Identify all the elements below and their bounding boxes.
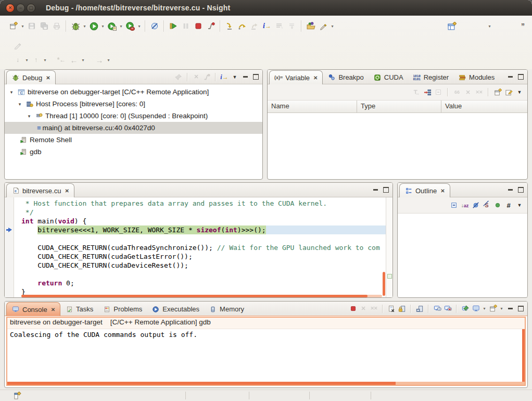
tab-close-icon[interactable]: ✕: [65, 188, 69, 194]
last-edit-location-button[interactable]: *←: [55, 54, 68, 66]
sort-button[interactable]: ↓az: [460, 200, 470, 210]
remove-selected-button[interactable]: ✕: [463, 87, 473, 97]
watch-expression-button[interactable]: 66: [452, 87, 462, 97]
perspective-overflow-chevron[interactable]: ”: [521, 22, 525, 30]
window-minimize-button[interactable]: –: [16, 4, 25, 12]
display-console-dropdown[interactable]: ▾: [482, 303, 487, 315]
open-element-button[interactable]: [305, 20, 317, 32]
editor-left-ruler[interactable]: [5, 197, 14, 298]
remove-all-launches-button[interactable]: ✕✕: [369, 304, 378, 314]
debug-button[interactable]: [69, 20, 82, 32]
maximize-view-button[interactable]: [251, 72, 260, 82]
back-button[interactable]: ←: [68, 54, 80, 66]
console-vertical-scrollbar[interactable]: [522, 329, 525, 382]
tree-row-remote-shell[interactable]: Remote Shell: [5, 134, 262, 146]
mark-occurrences-pencil-button[interactable]: [11, 39, 24, 52]
console-output[interactable]: Coalescing of the CUDA commands output i…: [7, 329, 525, 382]
new-expression-button[interactable]: [493, 87, 502, 97]
clear-console-button[interactable]: [387, 304, 396, 314]
editor-vertical-scrollbar[interactable]: [383, 272, 385, 296]
forward-dropdown[interactable]: ▾: [106, 54, 111, 66]
new-wizard-button[interactable]: [7, 20, 20, 32]
scroll-lock-button[interactable]: [397, 304, 407, 314]
editor-overview-ruler[interactable]: [386, 197, 392, 298]
print-button[interactable]: [50, 20, 63, 32]
tab-variables[interactable]: (x)= Variable ✕: [269, 70, 323, 84]
drop-to-frame-button[interactable]: [286, 20, 298, 32]
tab-console[interactable]: Console ✕: [6, 302, 60, 316]
overview-annotation[interactable]: [387, 274, 392, 279]
pin-console-button[interactable]: [461, 304, 470, 314]
add-global-variables-button[interactable]: [423, 87, 432, 97]
tab-editor-bitreverse[interactable]: c bitreverse.cu ✕: [6, 183, 74, 197]
new-wizard-dropdown[interactable]: ▾: [20, 20, 26, 32]
debug-tree[interactable]: ▾ C bitreverse on debugger-target [C/C++…: [5, 84, 262, 158]
hide-static-members-button[interactable]: S: [482, 200, 491, 210]
outline-body[interactable]: [398, 214, 527, 297]
view-menu-button[interactable]: ▼: [515, 200, 524, 210]
tree-row-host-process[interactable]: ▾ Host Process [bitreverse] [cores: 0]: [5, 98, 262, 110]
perspective-dropdown[interactable]: ▾: [487, 20, 492, 32]
hide-non-public-button[interactable]: [493, 200, 502, 210]
view-menu-button[interactable]: ▼: [230, 72, 239, 82]
remove-all-button[interactable]: ✕✕: [474, 87, 484, 97]
next-annotation-button[interactable]: ↓: [11, 54, 24, 66]
instruction-stepping-button[interactable]: i→: [261, 20, 273, 32]
maximize-view-button[interactable]: [516, 304, 525, 314]
disconnect-all-button[interactable]: [202, 72, 211, 82]
open-console-button[interactable]: [488, 304, 498, 314]
tab-breakpoints[interactable]: Breakpo: [323, 71, 368, 84]
word-wrap-button[interactable]: [415, 304, 424, 314]
maximize-view-button[interactable]: [381, 185, 390, 195]
resume-button[interactable]: [167, 20, 180, 32]
save-button[interactable]: [26, 20, 38, 32]
terminate-button[interactable]: [192, 20, 205, 32]
window-close-button[interactable]: ✕: [6, 4, 15, 12]
disconnect-button[interactable]: [205, 20, 217, 32]
display-console-button[interactable]: [471, 304, 480, 314]
remove-all-terminated-button[interactable]: ✕: [192, 72, 201, 82]
tree-row-stack-frame[interactable]: ≡ main() at bitreverse.cu:40 0x4027d0: [5, 122, 262, 134]
forward-button[interactable]: →: [93, 54, 106, 66]
edit-expression-button[interactable]: [504, 87, 513, 97]
open-perspective-button[interactable]: [446, 20, 458, 32]
tab-tasks[interactable]: Tasks: [60, 303, 98, 316]
window-maximize-button[interactable]: ▢: [27, 4, 35, 12]
step-into-button[interactable]: [223, 20, 236, 32]
tab-debug[interactable]: Debug ✕: [6, 70, 56, 84]
marker-dropdown[interactable]: ▾: [330, 20, 335, 32]
debug-dropdown[interactable]: ▾: [82, 20, 87, 32]
step-return-button[interactable]: [248, 20, 261, 32]
collapse-all-button[interactable]: [449, 200, 459, 210]
minimize-view-button[interactable]: [505, 72, 515, 82]
tab-modules[interactable]: Modules: [453, 71, 499, 84]
tab-cuda[interactable]: CUDA: [369, 71, 408, 84]
maximize-view-button[interactable]: [516, 185, 525, 195]
column-type[interactable]: Type: [357, 101, 441, 112]
maximize-view-button[interactable]: [516, 72, 525, 82]
profile-button[interactable]: [106, 20, 118, 32]
variables-table-body[interactable]: [268, 113, 527, 176]
tab-memory[interactable]: Memory: [204, 303, 249, 316]
save-all-button[interactable]: [38, 20, 50, 32]
marker-occurrences-button[interactable]: [317, 20, 330, 32]
tab-problems[interactable]: Problems: [98, 303, 147, 316]
suspend-button[interactable]: [180, 20, 192, 32]
tab-close-icon[interactable]: ✕: [51, 307, 55, 312]
instruction-stepping-mode-button[interactable]: i→: [220, 72, 229, 82]
show-type-names-button[interactable]: [412, 87, 421, 97]
tab-registers[interactable]: 1010 0101 Register: [408, 71, 453, 84]
run-analysis-dropdown[interactable]: ▾: [136, 20, 142, 32]
hide-inactive-button[interactable]: #: [504, 200, 513, 210]
view-menu-button[interactable]: ▼: [515, 87, 524, 97]
step-over-button[interactable]: [236, 20, 248, 32]
use-step-filters-button[interactable]: [273, 20, 286, 32]
skip-all-breakpoints-button[interactable]: [148, 20, 161, 32]
console-horizontal-scrollbar[interactable]: [7, 382, 525, 385]
show-console-on-stderr-toggle[interactable]: [443, 304, 452, 314]
tab-outline[interactable]: Outline ✕: [399, 183, 450, 197]
tab-executables[interactable]: Executables: [147, 303, 204, 316]
fast-view-button[interactable]: [12, 391, 22, 400]
pin-view-button[interactable]: [174, 72, 183, 82]
tab-close-icon[interactable]: ✕: [440, 188, 445, 194]
